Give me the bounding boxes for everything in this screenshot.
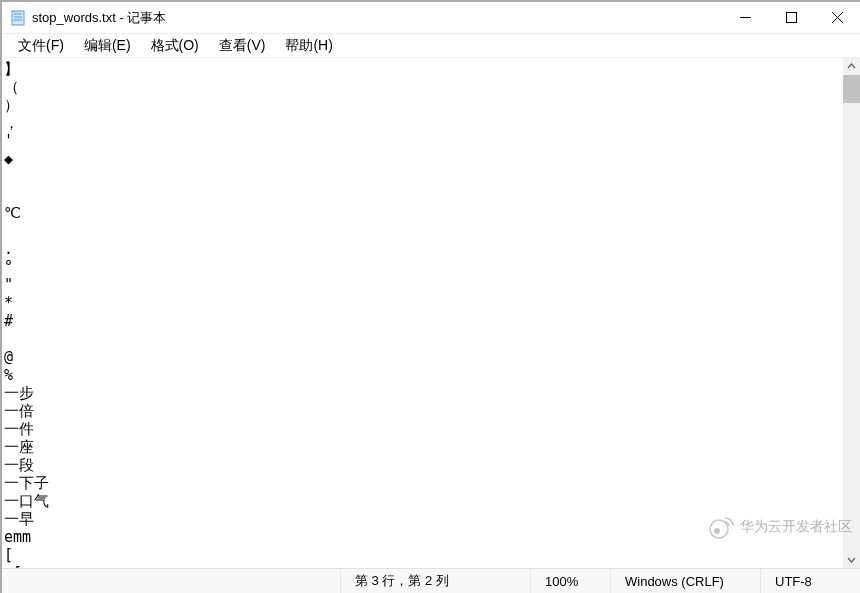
- scroll-track[interactable]: [843, 75, 860, 551]
- menu-file[interactable]: 文件(F): [8, 35, 74, 57]
- text-editor[interactable]: 】 （ ） ， ' ◆ ℃ . ° " * # @ % 一步 一倍 一件 一座 …: [2, 58, 843, 568]
- status-position: 第 3 行，第 2 列: [340, 569, 530, 593]
- notepad-icon: [10, 10, 26, 26]
- statusbar: 第 3 行，第 2 列 100% Windows (CRLF) UTF-8: [2, 568, 860, 593]
- scroll-up-button[interactable]: [843, 58, 860, 75]
- content-area: 】 （ ） ， ' ◆ ℃ . ° " * # @ % 一步 一倍 一件 一座 …: [2, 58, 860, 568]
- scroll-down-button[interactable]: [843, 551, 860, 568]
- window-title: stop_words.txt - 记事本: [32, 9, 166, 27]
- minimize-button[interactable]: [722, 2, 768, 34]
- menu-help[interactable]: 帮助(H): [275, 35, 342, 57]
- close-button[interactable]: [814, 2, 860, 34]
- menu-view[interactable]: 查看(V): [209, 35, 276, 57]
- maximize-button[interactable]: [768, 2, 814, 34]
- menu-format[interactable]: 格式(O): [141, 35, 209, 57]
- menubar: 文件(F) 编辑(E) 格式(O) 查看(V) 帮助(H): [2, 34, 860, 58]
- status-encoding: UTF-8: [760, 569, 860, 593]
- svg-rect-5: [786, 13, 796, 23]
- scroll-thumb[interactable]: [843, 75, 860, 103]
- vertical-scrollbar[interactable]: [843, 58, 860, 568]
- menu-edit[interactable]: 编辑(E): [74, 35, 141, 57]
- svg-rect-0: [12, 11, 24, 25]
- status-zoom: 100%: [530, 569, 610, 593]
- status-lineending: Windows (CRLF): [610, 569, 760, 593]
- titlebar: stop_words.txt - 记事本: [2, 2, 860, 34]
